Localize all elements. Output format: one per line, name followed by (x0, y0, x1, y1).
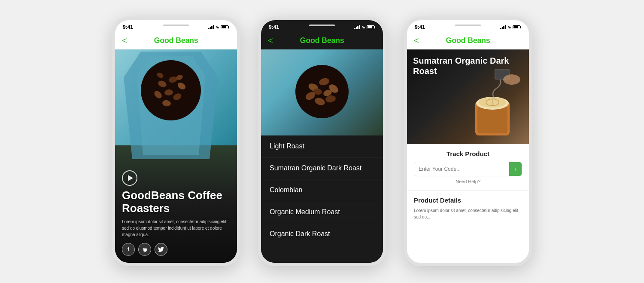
product-hero: Sumatran Organic Dark Roast (407, 49, 529, 144)
app-title-2: Good Beans (300, 36, 344, 45)
product-details-title: Product Details (414, 197, 522, 204)
phone-3: 9:41 ∿ < Good Beans (404, 17, 532, 266)
track-section: Track Product › Need Help? (407, 144, 529, 191)
status-time-3: 9:41 (415, 24, 425, 30)
coffee-pour-svg (456, 67, 529, 144)
back-button-2[interactable]: < (268, 36, 273, 46)
nav-bar-3: < Good Beans (407, 32, 529, 49)
track-input-row: › (414, 162, 522, 176)
product-title: Sumatran Organic Dark Roast (413, 55, 523, 76)
instagram-icon[interactable]: ◉ (138, 243, 151, 256)
menu-hero (261, 49, 383, 135)
facebook-icon[interactable]: f (122, 243, 135, 256)
nav-bar-1: < Good Beans (115, 32, 237, 49)
need-help-text[interactable]: Need Help? (414, 179, 522, 184)
battery-icon-3 (513, 25, 521, 29)
bag-svg (124, 52, 218, 159)
menu-item-3[interactable]: Organic Medium Roast (261, 201, 383, 223)
nav-bar-2: < Good Beans (261, 32, 383, 49)
signal-icon-3 (500, 25, 506, 29)
battery-icon-2 (367, 25, 375, 29)
track-input[interactable] (414, 163, 509, 175)
phone1-content: GoodBeans Coffee Roasters Lorem ipsum do… (115, 49, 237, 263)
hero-subtitle-1: Lorem ipsum dolor sit amet, consectetur … (122, 218, 230, 238)
track-title: Track Product (414, 150, 522, 157)
wifi-icon-1: ∿ (216, 25, 219, 30)
coffee-pour-visual (456, 67, 529, 144)
status-bar-3: 9:41 ∿ (407, 20, 529, 32)
menu-item-2[interactable]: Colombian (261, 179, 383, 201)
status-bar-1: 9:41 ∿ (115, 20, 237, 32)
svg-point-10 (295, 65, 349, 118)
status-bar-2: 9:41 ∿ (261, 20, 383, 32)
menu-hero-beans-container (294, 64, 350, 121)
bag-shape (124, 52, 218, 159)
phone-2: 9:41 ∿ < Good Beans (258, 17, 386, 266)
product-details-text: Lorem ipsum dolor sit amet, consectetur … (414, 207, 522, 220)
back-button-3[interactable]: < (414, 36, 419, 46)
hero-overlay: GoodBeans Coffee Roasters Lorem ipsum do… (122, 170, 230, 256)
phones-container: 9:41 ∿ < Good Beans (99, 4, 545, 279)
phone-1: 9:41 ∿ < Good Beans (112, 17, 240, 266)
play-button-1[interactable] (122, 170, 137, 186)
twitter-svg (158, 247, 164, 252)
menu-list: Light Roast Sumatran Organic Dark Roast … (261, 135, 383, 263)
menu-item-4[interactable]: Organic Dark Roast (261, 223, 383, 245)
phone2-content: Light Roast Sumatran Organic Dark Roast … (261, 49, 383, 263)
wifi-icon-2: ∿ (361, 25, 365, 30)
status-time-2: 9:41 (269, 24, 279, 30)
menu-item-0[interactable]: Light Roast (261, 135, 383, 157)
hero-bg-1: GoodBeans Coffee Roasters Lorem ipsum do… (115, 49, 237, 263)
product-details-section: Product Details Lorem ipsum dolor sit am… (407, 191, 529, 226)
product-title-container: Sumatran Organic Dark Roast (413, 55, 523, 76)
signal-icon-2 (354, 25, 360, 29)
back-button-1[interactable]: < (122, 36, 127, 46)
status-icons-3: ∿ (500, 25, 521, 30)
play-icon-1 (128, 175, 133, 181)
app-title-3: Good Beans (446, 36, 490, 45)
status-icons-1: ∿ (208, 25, 229, 30)
phone3-content: Sumatran Organic Dark Roast Track Produc… (407, 49, 529, 263)
hero-title-1: GoodBeans Coffee Roasters (122, 189, 230, 215)
battery-icon-1 (221, 25, 229, 29)
status-icons-2: ∿ (354, 25, 375, 30)
twitter-icon[interactable] (155, 243, 167, 256)
menu-hero-svg (294, 64, 350, 120)
app-title-1: Good Beans (154, 36, 198, 45)
social-icons-row: f ◉ (122, 243, 230, 256)
menu-item-1[interactable]: Sumatran Organic Dark Roast (261, 157, 383, 179)
track-button[interactable]: › (509, 162, 522, 176)
wifi-icon-3: ∿ (507, 25, 511, 30)
signal-icon-1 (208, 25, 214, 29)
status-time-1: 9:41 (123, 24, 133, 30)
